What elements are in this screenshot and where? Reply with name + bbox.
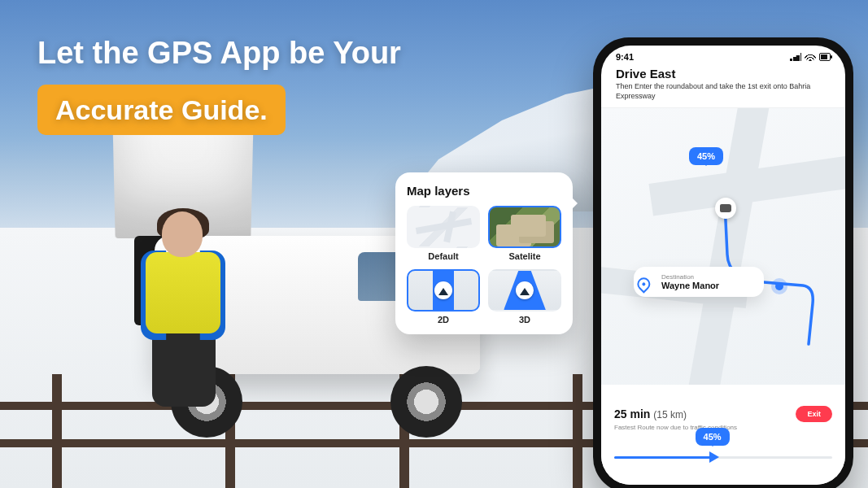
map-layers-title: Map layers	[407, 184, 561, 198]
signal-icon	[790, 53, 801, 61]
map-pin-icon	[635, 275, 653, 294]
destination-name: Wayne Manor	[661, 281, 754, 290]
direction-title: Drive East	[616, 67, 831, 81]
hero-headline: Let the GPS App be Your Accurate Guide.	[37, 34, 401, 135]
eta-distance: (15 km)	[653, 409, 687, 420]
default-map-icon	[407, 206, 480, 248]
navigation-arrow-icon	[434, 281, 452, 299]
phone-screen: 9:41 Drive East Then Enter the roundabou…	[601, 46, 845, 485]
satellite-map-icon	[488, 206, 561, 248]
progress-percent-bubble: 45%	[696, 428, 730, 446]
destination-card[interactable]: Destination Wayne Manor	[634, 267, 764, 297]
status-bar: 9:41	[601, 46, 845, 63]
direction-subtitle: Then Enter the roundabout and take the 1…	[616, 82, 831, 101]
layer-option-3d[interactable]: 3D	[488, 269, 561, 325]
route-line	[601, 108, 845, 385]
headline-line1: Let the GPS App be Your	[37, 34, 401, 73]
route-summary-panel: 25 min (15 km) Exit Fastest Route now du…	[601, 398, 845, 485]
destination-label: Destination	[661, 273, 754, 281]
layer-option-satellite[interactable]: Satelite	[488, 206, 561, 261]
map-view[interactable]: 45% Destination Wayne Manor	[601, 108, 845, 385]
layer-option-default[interactable]: Default	[407, 206, 480, 261]
eta-display: 25 min (15 km)	[614, 407, 687, 420]
three-d-map-icon	[488, 269, 561, 312]
eta-time: 25 min	[614, 407, 650, 420]
person-illustration	[134, 211, 232, 407]
map-layers-panel: Map layers Default Satelite 2D 3D	[395, 172, 573, 334]
layer-label: 2D	[438, 315, 449, 325]
phone-mockup: 9:41 Drive East Then Enter the roundabou…	[593, 37, 853, 488]
battery-icon	[819, 53, 831, 61]
route-progress[interactable]: 45%	[614, 446, 832, 460]
wifi-icon	[805, 53, 816, 61]
headline-badge: Accurate Guide.	[37, 85, 286, 136]
exit-button[interactable]: Exit	[796, 406, 832, 422]
progress-arrow-icon	[709, 451, 725, 463]
layer-label: Default	[428, 251, 458, 261]
navigation-arrow-icon	[516, 281, 534, 299]
status-time: 9:41	[616, 52, 634, 62]
layer-label: 3D	[519, 315, 530, 325]
destination-dot-icon	[775, 282, 783, 290]
progress-fill	[614, 456, 713, 459]
layer-option-2d[interactable]: 2D	[407, 269, 480, 325]
two-d-map-icon	[407, 269, 480, 312]
route-percent-bubble: 45%	[689, 147, 723, 165]
direction-header: Drive East Then Enter the roundabout and…	[601, 63, 845, 108]
layer-label: Satelite	[508, 251, 540, 261]
